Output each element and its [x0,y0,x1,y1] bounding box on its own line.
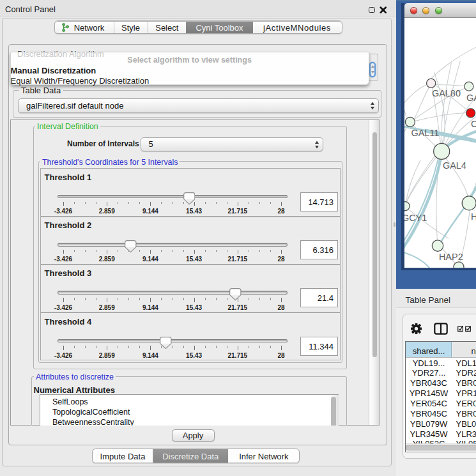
svg-text:C: C [470,118,475,128]
svg-text:GCY1: GCY1 [404,212,427,222]
svg-text:GAL4: GAL4 [442,160,466,170]
svg-text:HAP2: HAP2 [438,252,463,262]
svg-text:GA: GA [466,93,475,103]
svg-text:H: H [470,211,475,222]
svg-text:GAL11: GAL11 [411,128,439,138]
svg-text:GAL80: GAL80 [431,88,460,98]
